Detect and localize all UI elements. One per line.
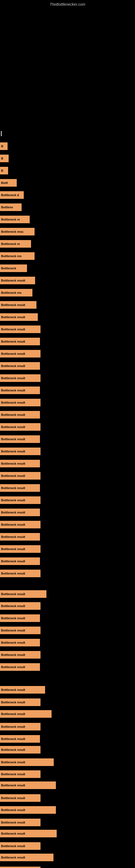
bottleneck-result-bar: Bottl [0,179,17,187]
bottleneck-result-bar: Bottleneck result [0,301,37,309]
bottleneck-result-bar: Bottleneck result [0,639,40,646]
bottleneck-result-bar: Bottleneck result [0,508,40,516]
bottleneck-result-bar: Bottleneck result [0,830,57,837]
bottleneck-result-bar: Bottleneck result [0,758,54,766]
bottleneck-result-bar: Bottleneck result [0,496,41,504]
bottleneck-result-bar: Bottleneck result [0,326,41,333]
bottleneck-result-bar: Bottleneck result [0,854,53,861]
bottleneck-result-bar: Bottleneck result [0,614,40,622]
site-title: TheBottlenecker.com [50,2,85,6]
bottleneck-result-bar: Bottleneck result [0,435,40,443]
bottleneck-result-bar: Bottleneck result [0,686,45,693]
bottleneck-result-bar: Bottleneck result [0,590,46,598]
bottleneck-result-bar: Bottleneck result [0,423,41,431]
bottleneck-result-bar: Bottleneck result [0,770,41,778]
bottleneck-result-bar: Bottleneck d [0,191,24,199]
bottleneck-result-bar: Bottleneck res [0,289,32,297]
bottleneck-result-bar: Bottleneck result [0,842,41,850]
bottleneck-result-bar: Bottleneck result [0,460,40,467]
bottleneck-result-bar: Bottleneck [0,265,27,272]
bottleneck-result-bar: Bottleneck result [0,484,40,492]
bottleneck-result-bar: B [0,143,8,150]
bottleneck-result-bar: B [0,155,9,162]
bottleneck-result-bar: Bottleneck result [0,602,41,610]
bottleneck-result-bar: Bottleneck result [0,781,56,789]
bottleneck-result-bar: Bottleneck result [0,374,41,382]
bottleneck-result-bar: Bottleneck result [0,350,41,358]
bottleneck-result-bar: Bottleneck result [0,447,41,455]
bottleneck-result-bar: Bottleneck result [0,723,41,731]
bottleneck-result-bar: Bottleneck result [0,651,41,659]
bottleneck-result-bar: Bottleneck result [0,867,41,868]
bottleneck-result-bar: Bottleneck result [0,710,52,718]
bottleneck-result-bar: Bottleneck result [0,277,35,284]
bottleneck-result-bar: Bottleneck result [0,313,38,321]
bottleneck-result-bar: Bottleneck resu [0,228,35,236]
bottleneck-result-bar: Bottleneck result [0,557,40,565]
cursor: | [1,130,2,136]
bottleneck-result-bar: Bottleneck result [0,521,41,528]
bottleneck-result-bar: Bottleneck result [0,533,40,540]
bottleneck-result-bar: Bottleneck result [0,545,41,553]
bottleneck-result-bar: Bottleneck result [0,735,40,743]
bottleneck-result-bar: Bottleneck result [0,806,56,814]
bottleneck-result-bar: Bottleneck result [0,399,41,406]
bottleneck-result-bar: Bottleneck res [0,252,35,260]
bottleneck-result-bar: Bottleneck result [0,794,41,802]
bottleneck-result-bar: Bottleneck result [0,569,41,577]
bottleneck-result-bar: Bottleneck result [0,746,41,753]
bottleneck-result-bar: B [0,167,8,175]
bottleneck-result-bar: Bottleneck result [0,338,40,345]
bottleneck-result-bar: Bottleneck result [0,627,41,634]
bottleneck-result-bar: Bottleneck result [0,818,41,826]
bottleneck-result-bar: Bottleneck result [0,472,41,479]
bottleneck-result-bar: Bottlene [0,204,21,211]
bottleneck-result-bar: Bottleneck re [0,240,31,248]
bottleneck-result-bar: Bottleneck result [0,362,40,370]
bottleneck-result-bar: Bottleneck result [0,411,40,418]
bottleneck-result-bar: Bottleneck result [0,386,40,394]
bottleneck-result-bar: Bottleneck result [0,663,40,671]
bottleneck-result-bar: Bottleneck re [0,216,30,223]
bottleneck-result-bar: Bottleneck result [0,699,41,706]
